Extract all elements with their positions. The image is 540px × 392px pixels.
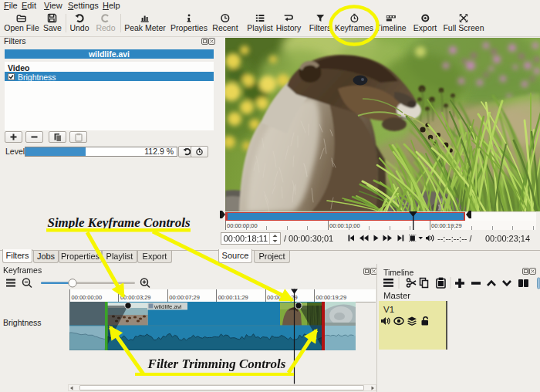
- svg-text:wildlife.avi: wildlife.avi: [154, 303, 182, 310]
